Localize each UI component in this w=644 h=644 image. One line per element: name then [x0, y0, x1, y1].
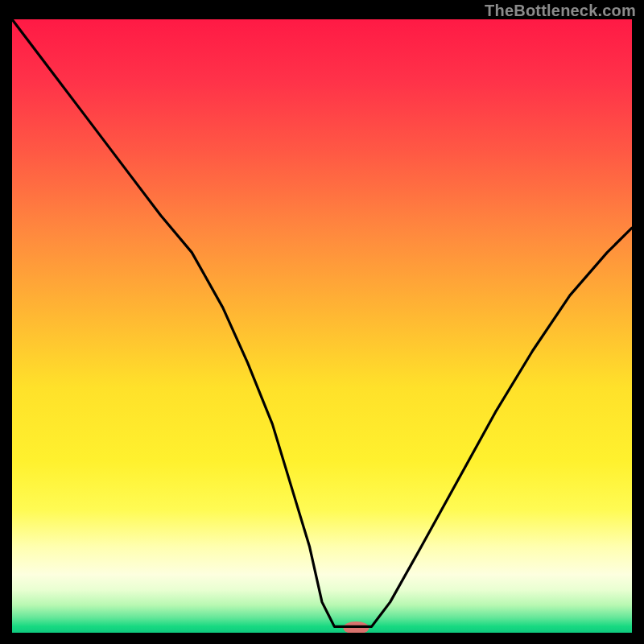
chart-svg	[12, 19, 632, 633]
chart-frame: TheBottleneck.com	[0, 0, 644, 644]
watermark-text: TheBottleneck.com	[485, 2, 636, 20]
gradient-rect	[12, 19, 632, 633]
plot-area	[12, 19, 632, 633]
